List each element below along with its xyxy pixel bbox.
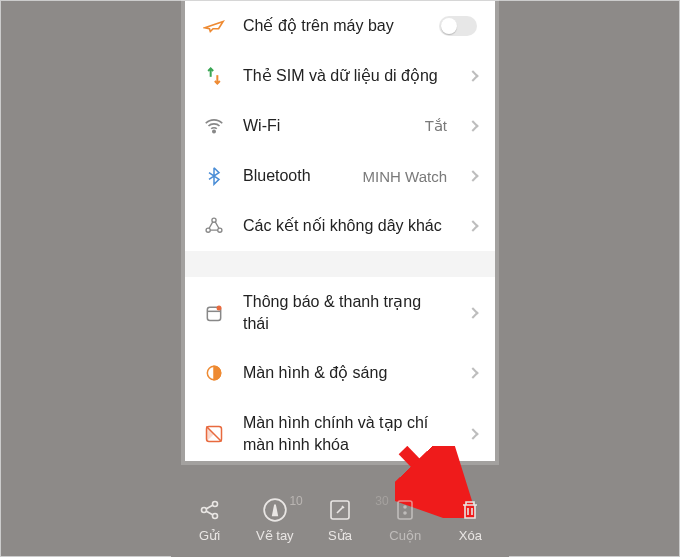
toolbar-label: Vẽ tay bbox=[256, 528, 294, 543]
airplane-icon bbox=[203, 15, 225, 37]
svg-rect-13 bbox=[398, 501, 412, 519]
chevron-right-icon bbox=[467, 170, 478, 181]
svg-point-5 bbox=[217, 305, 222, 310]
homescreen-icon bbox=[203, 423, 225, 445]
wireless-icon bbox=[203, 215, 225, 237]
scroll-icon: 30 bbox=[391, 496, 419, 524]
settings-panel: Chế độ trên máy bay Thẻ SIM và dữ liệu d… bbox=[185, 1, 495, 461]
wifi-icon bbox=[203, 115, 225, 137]
chevron-right-icon bbox=[467, 368, 478, 379]
chevron-right-icon bbox=[467, 120, 478, 131]
settings-row-label: Bluetooth bbox=[243, 165, 345, 187]
svg-point-0 bbox=[213, 130, 215, 132]
screenshot-toolbar: Gửi 10 Vẽ tay Sửa bbox=[171, 486, 509, 552]
settings-row-notifications[interactable]: Thông báo & thanh trạng thái bbox=[185, 277, 495, 348]
settings-row-airplane[interactable]: Chế độ trên máy bay bbox=[185, 1, 495, 51]
settings-row-label: Các kết nối không dây khác bbox=[243, 215, 451, 237]
toolbar-label: Xóa bbox=[459, 528, 482, 543]
scroll-hint: 30 bbox=[375, 494, 388, 508]
section-divider bbox=[185, 251, 495, 277]
sim-icon bbox=[203, 65, 225, 87]
share-button[interactable]: Gửi bbox=[177, 496, 242, 543]
toolbar-label: Sửa bbox=[328, 528, 352, 543]
airplane-toggle[interactable] bbox=[439, 16, 477, 36]
scroll-button[interactable]: 30 Cuộn bbox=[373, 496, 438, 543]
brightness-icon bbox=[203, 362, 225, 384]
settings-row-label: Màn hình & độ sáng bbox=[243, 362, 451, 384]
phone-viewport: Chế độ trên máy bay Thẻ SIM và dữ liệu d… bbox=[171, 1, 509, 557]
draw-button[interactable]: 10 Vẽ tay bbox=[242, 496, 307, 543]
svg-point-14 bbox=[404, 506, 406, 508]
settings-row-wireless[interactable]: Các kết nối không dây khác bbox=[185, 201, 495, 251]
settings-row-label: Màn hình chính và tạp chí màn hình khóa bbox=[243, 412, 451, 455]
screenshot-frame: Chế độ trên máy bay Thẻ SIM và dữ liệu d… bbox=[0, 0, 680, 557]
settings-row-bluetooth[interactable]: Bluetooth MINH Watch bbox=[185, 151, 495, 201]
toolbar-label: Cuộn bbox=[389, 528, 421, 543]
share-icon bbox=[196, 496, 224, 524]
delete-button[interactable]: Xóa bbox=[438, 496, 503, 543]
settings-row-label: Chế độ trên máy bay bbox=[243, 15, 421, 37]
settings-row-wifi[interactable]: Wi-Fi Tắt bbox=[185, 101, 495, 151]
settings-row-display[interactable]: Màn hình & độ sáng bbox=[185, 348, 495, 398]
edit-button[interactable]: Sửa bbox=[307, 496, 372, 543]
chevron-right-icon bbox=[467, 307, 478, 318]
svg-point-1 bbox=[212, 218, 216, 222]
edit-icon bbox=[326, 496, 354, 524]
chevron-right-icon bbox=[467, 70, 478, 81]
settings-row-value: MINH Watch bbox=[363, 168, 447, 185]
toolbar-label: Gửi bbox=[199, 528, 220, 543]
draw-icon: 10 bbox=[261, 496, 289, 524]
settings-row-label: Thông báo & thanh trạng thái bbox=[243, 291, 451, 334]
settings-row-label: Thẻ SIM và dữ liệu di động bbox=[243, 65, 451, 87]
bluetooth-icon bbox=[203, 165, 225, 187]
trash-icon bbox=[456, 496, 484, 524]
settings-row-label: Wi-Fi bbox=[243, 115, 407, 137]
svg-point-15 bbox=[404, 512, 406, 514]
draw-hint: 10 bbox=[289, 494, 302, 508]
settings-row-value: Tắt bbox=[425, 117, 447, 135]
notifications-icon bbox=[203, 302, 225, 324]
chevron-right-icon bbox=[467, 428, 478, 439]
settings-row-homescreen[interactable]: Màn hình chính và tạp chí màn hình khóa bbox=[185, 398, 495, 469]
settings-row-sim[interactable]: Thẻ SIM và dữ liệu di động bbox=[185, 51, 495, 101]
chevron-right-icon bbox=[467, 220, 478, 231]
